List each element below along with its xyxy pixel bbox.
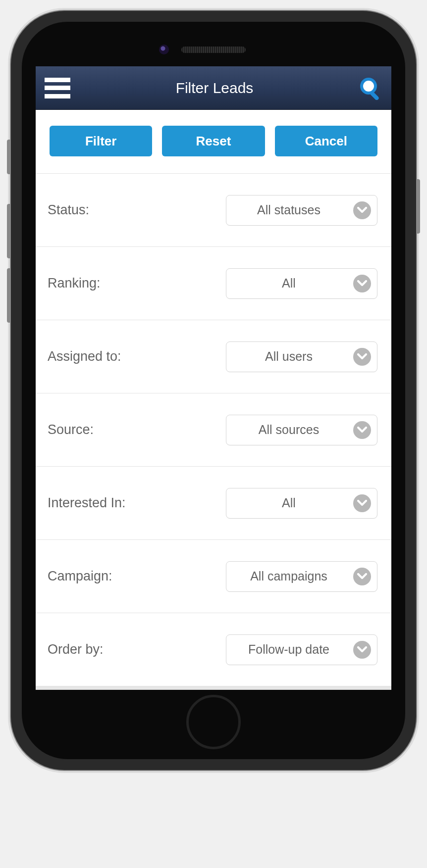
chevron-down-icon [353,641,371,659]
reset-button[interactable]: Reset [162,126,265,156]
ranking-dropdown-value: All [226,276,351,290]
chevron-down-icon [353,494,371,512]
chevron-down-icon [353,275,371,292]
filter-label-status: Status: [48,202,89,218]
assigned-to-dropdown-value: All users [226,349,351,364]
ranking-dropdown[interactable]: All [226,268,377,299]
filter-label-campaign: Campaign: [48,569,112,584]
filter-row-campaign: Campaign: All campaigns [36,540,391,613]
action-button-row: Filter Reset Cancel [36,110,391,174]
filter-label-interested-in: Interested In: [48,495,126,511]
filter-label-ranking: Ranking: [48,276,101,291]
filter-label-source: Source: [48,422,94,437]
cancel-button[interactable]: Cancel [275,126,377,156]
svg-rect-1 [370,91,379,100]
filter-row-source: Source: All sources [36,393,391,467]
chevron-down-icon [353,568,371,585]
interested-in-dropdown[interactable]: All [226,488,377,519]
campaign-dropdown-value: All campaigns [226,569,351,583]
assigned-to-dropdown[interactable]: All users [226,341,377,372]
filter-row-interested-in: Interested In: All [36,467,391,540]
filter-list: Status: All statuses Ranking: All [36,174,391,686]
filter-row-assigned-to: Assigned to: All users [36,320,391,393]
phone-body: Filter Leads Filter Reset Cancel Status: [22,22,405,759]
screen: Filter Leads Filter Reset Cancel Status: [36,66,391,690]
status-dropdown[interactable]: All statuses [226,195,377,226]
volume-up [7,204,11,258]
page-title: Filter Leads [176,80,254,96]
filter-button[interactable]: Filter [50,126,152,156]
order-by-dropdown[interactable]: Follow-up date [226,634,377,665]
chevron-down-icon [353,348,371,366]
filter-label-order-by: Order by: [48,642,104,657]
phone-frame: Filter Leads Filter Reset Cancel Status: [10,10,417,771]
chevron-down-icon [353,201,371,219]
volume-down [7,268,11,323]
source-dropdown-value: All sources [226,423,351,437]
home-button[interactable] [186,695,241,749]
volume-switch [7,140,11,174]
status-dropdown-value: All statuses [226,203,351,217]
filter-row-status: Status: All statuses [36,174,391,247]
filter-label-assigned-to: Assigned to: [48,349,121,364]
source-dropdown[interactable]: All sources [226,415,377,445]
campaign-dropdown[interactable]: All campaigns [226,561,377,592]
speaker-grille [181,47,246,53]
app-header: Filter Leads [36,66,391,110]
search-icon[interactable] [359,76,382,100]
chevron-down-icon [353,421,371,439]
filter-row-order-by: Order by: Follow-up date [36,613,391,686]
svg-point-0 [362,79,375,93]
front-camera [159,45,169,54]
filter-row-ranking: Ranking: All [36,247,391,320]
power-button [416,179,420,234]
menu-icon[interactable] [45,78,70,98]
empty-space [36,686,391,690]
interested-in-dropdown-value: All [226,496,351,510]
order-by-dropdown-value: Follow-up date [226,642,351,657]
